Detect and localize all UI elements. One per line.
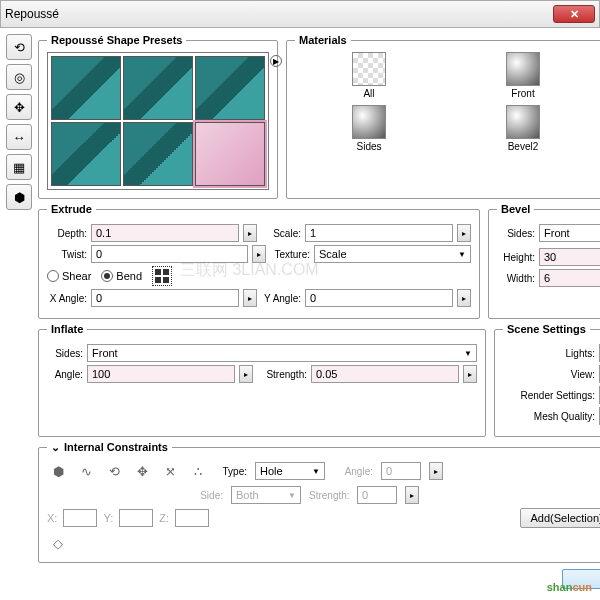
- texture-select[interactable]: Scale▼: [314, 245, 471, 263]
- shear-radio[interactable]: Shear: [47, 270, 91, 282]
- pan-tool-icon[interactable]: ✥: [6, 94, 32, 120]
- preset-thumb-selected[interactable]: [195, 122, 265, 186]
- ic-tool-icon[interactable]: ⟲: [103, 460, 125, 482]
- spin-icon[interactable]: ▸: [463, 365, 477, 383]
- add-selection-button[interactable]: Add(Selection): [520, 508, 600, 528]
- logo: shancun: [547, 578, 592, 594]
- preset-menu-icon[interactable]: ▶: [270, 55, 282, 67]
- extrude-group: Extrude Depth:▸Scale:▸ Twist:▸Texture:Sc…: [38, 203, 480, 319]
- toolstrip: ⟲ ◎ ✥ ↔ ▦ ⬢: [6, 34, 32, 589]
- material-front[interactable]: [506, 52, 540, 86]
- x-input: [63, 509, 97, 527]
- inflate-sides-select[interactable]: Front▼: [87, 344, 477, 362]
- bevel-height-input[interactable]: [539, 248, 600, 266]
- inflate-group: Inflate Sides:Front▼ Angle:▸Strength:▸: [38, 323, 486, 437]
- depth-input[interactable]: [91, 224, 239, 242]
- material-all[interactable]: [352, 52, 386, 86]
- inflate-angle-input[interactable]: [87, 365, 235, 383]
- eraser-icon[interactable]: ◇: [47, 532, 69, 554]
- spin-icon[interactable]: ▸: [252, 245, 266, 263]
- spin-icon[interactable]: ▸: [457, 224, 471, 242]
- slide-tool-icon[interactable]: ↔: [6, 124, 32, 150]
- material-sides[interactable]: [352, 105, 386, 139]
- spin-icon[interactable]: ▸: [457, 289, 471, 307]
- ic-tool-icon[interactable]: ⬢: [47, 460, 69, 482]
- scene-group: Scene Settings Lights:Custom▼ View:Defau…: [494, 323, 600, 437]
- internal-group: ⌄Internal Constraints ⬢ ∿ ⟲ ✥ ⤧ ∴ Type:H…: [38, 441, 600, 563]
- z-input: [175, 509, 209, 527]
- preset-thumb[interactable]: [123, 56, 193, 120]
- xangle-input[interactable]: [91, 289, 239, 307]
- bevel-group: Bevel Sides:Front▼ Height:▸ Width:▸ Cont…: [488, 203, 600, 319]
- spin-icon: ▸: [405, 486, 419, 504]
- preset-thumb[interactable]: [51, 122, 121, 186]
- spin-icon[interactable]: ▸: [243, 289, 257, 307]
- ic-strength-input: [357, 486, 397, 504]
- twist-input[interactable]: [91, 245, 248, 263]
- preset-thumb[interactable]: [123, 122, 193, 186]
- y-input: [119, 509, 153, 527]
- yangle-input[interactable]: [305, 289, 453, 307]
- bevel-width-input[interactable]: [539, 269, 600, 287]
- bevel-sides-select[interactable]: Front▼: [539, 224, 600, 242]
- bend-radio[interactable]: Bend: [101, 270, 142, 282]
- spin-icon[interactable]: ▸: [239, 365, 253, 383]
- materials-group: Materials All Front Bevel1 Sides Bevel2 …: [286, 34, 600, 199]
- scale-tool-icon[interactable]: ▦: [6, 154, 32, 180]
- object-tool-icon[interactable]: ⬢: [6, 184, 32, 210]
- ic-type-select[interactable]: Hole▼: [255, 462, 325, 480]
- preset-thumb[interactable]: [195, 56, 265, 120]
- inflate-strength-input[interactable]: [311, 365, 459, 383]
- rotate-tool-icon[interactable]: ⟲: [6, 34, 32, 60]
- ic-tool-icon[interactable]: ✥: [131, 460, 153, 482]
- ic-tool-icon[interactable]: ⤧: [159, 460, 181, 482]
- roll-tool-icon[interactable]: ◎: [6, 64, 32, 90]
- ic-tool-icon[interactable]: ∿: [75, 460, 97, 482]
- ic-tool-icon[interactable]: ∴: [187, 460, 209, 482]
- grid-icon[interactable]: [152, 266, 172, 286]
- spin-icon[interactable]: ▸: [243, 224, 257, 242]
- window-title: Repoussé: [5, 7, 59, 21]
- ic-angle-input: [381, 462, 421, 480]
- ic-side-select: Both▼: [231, 486, 301, 504]
- expand-icon[interactable]: ⌄: [51, 441, 60, 453]
- material-bevel2[interactable]: [506, 105, 540, 139]
- preset-thumb[interactable]: [51, 56, 121, 120]
- presets-group: Repoussé Shape Presets ▶: [38, 34, 278, 199]
- titlebar: Repoussé ✕: [0, 0, 600, 28]
- scale-input[interactable]: [305, 224, 453, 242]
- spin-icon: ▸: [429, 462, 443, 480]
- close-button[interactable]: ✕: [553, 5, 595, 23]
